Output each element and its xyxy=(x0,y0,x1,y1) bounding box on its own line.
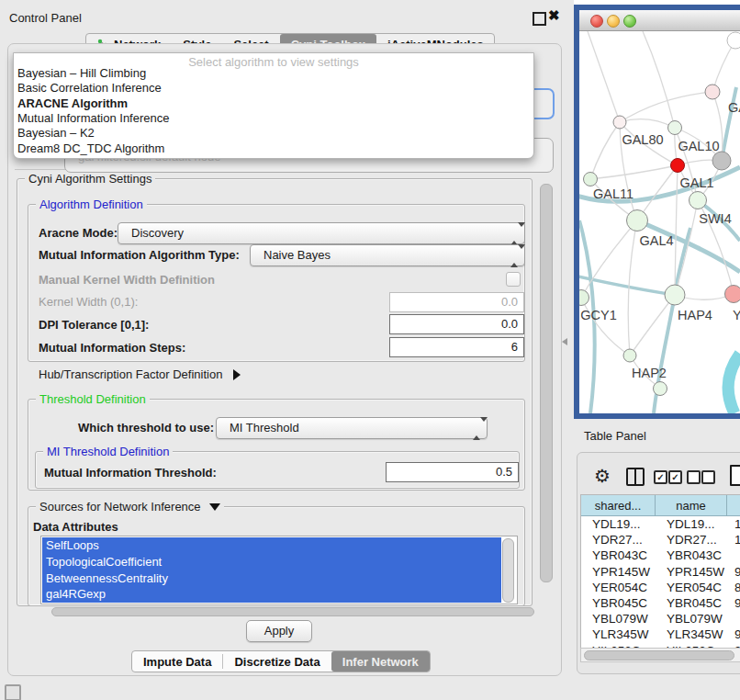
column-layout-icon[interactable] xyxy=(626,468,645,486)
node-hap2[interactable] xyxy=(623,349,636,362)
node-table: shared... name A YDL19... YDL19... 13 YD… xyxy=(580,494,740,649)
node-label: GAL4 xyxy=(639,233,673,248)
table-row[interactable]: YBR043C YBR043C xyxy=(581,548,740,563)
group-title: Threshold Definition xyxy=(36,392,150,406)
list-item[interactable]: SelfLoops xyxy=(42,537,501,554)
node-label: SWI4 xyxy=(699,211,731,226)
which-threshold-label: Which threshold to use: xyxy=(78,421,214,435)
list-item[interactable]: TopologicalCoefficient xyxy=(42,554,501,570)
data-attributes-label: Data Attributes xyxy=(33,520,118,534)
settings-vertical-scrollbar[interactable] xyxy=(540,184,553,582)
table-panel-title: Table Panel xyxy=(584,429,646,443)
dropdown-item[interactable]: Mutual Information Inference xyxy=(17,111,169,126)
cyni-bottom-tabstrip: Impute Data Discretize Data Infer Networ… xyxy=(131,650,431,672)
table-row[interactable]: YDR27... YDR27... 12 xyxy=(581,532,740,548)
table-row[interactable]: YLR345W YLR345W 9. xyxy=(581,627,740,642)
mi-algorithm-type-combo[interactable]: Naive Bayes xyxy=(250,244,525,266)
mi-steps-field[interactable]: 6 xyxy=(389,337,524,357)
select-all-checked-icon[interactable]: ✓ xyxy=(668,470,682,484)
column-header-clipped[interactable]: A xyxy=(727,495,740,516)
dropdown-item[interactable]: Basic Correlation Inference xyxy=(17,81,162,96)
node-unlabeled[interactable] xyxy=(654,382,667,396)
node-y-partial[interactable] xyxy=(725,286,740,303)
close-panel-icon[interactable]: ✖ xyxy=(548,7,560,24)
tab-discretize-data[interactable]: Discretize Data xyxy=(223,651,331,672)
node-gal1-selected[interactable] xyxy=(671,159,685,173)
aracne-mode-label: Aracne Mode: xyxy=(39,226,118,240)
node-gal11[interactable] xyxy=(584,173,598,186)
network-graph: GAL80 GAL10 GAL1 GAL11 SWI4 GAL4 GCY1 HA… xyxy=(579,31,740,413)
export-table-file-icon[interactable] xyxy=(730,465,740,486)
apply-button[interactable]: Apply xyxy=(246,620,312,642)
data-attributes-list[interactable]: SelfLoops TopologicalCoefficient Between… xyxy=(40,536,518,604)
kernel-width-field: 0.0 xyxy=(389,292,524,312)
list-item[interactable]: gal4RGexp xyxy=(42,586,501,603)
table-row[interactable]: YPR145W YPR145W 9. xyxy=(581,564,740,580)
zoom-window-button[interactable] xyxy=(623,15,636,28)
algorithm-dropdown-popup: Select algorithm to view settings Bayesi… xyxy=(13,52,534,159)
mi-algorithm-type-label: Mutual Information Algorithm Type: xyxy=(39,248,240,262)
manual-kernel-width-label: Manual Kernel Width Definition xyxy=(39,273,215,287)
node-label: Y xyxy=(733,308,740,322)
column-header-shared-name[interactable]: shared... xyxy=(581,495,656,516)
network-view-window: GAL80 GAL10 GAL1 GAL11 SWI4 GAL4 GCY1 HA… xyxy=(574,5,740,419)
table-row[interactable]: YER054C YER054C 8. xyxy=(581,580,740,595)
which-threshold-combo[interactable]: MI Threshold xyxy=(216,417,488,439)
table-settings-gear-icon[interactable]: ⚙ xyxy=(594,465,611,487)
settings-horizontal-scrollbar[interactable] xyxy=(51,607,534,616)
network-window-titlebar[interactable] xyxy=(579,10,740,31)
combo-stepper-icon xyxy=(510,249,518,263)
close-window-button[interactable] xyxy=(590,15,603,28)
table-row[interactable]: YDL19... YDL19... 13 xyxy=(581,516,740,532)
minimized-panel-icon[interactable] xyxy=(5,684,21,700)
splitter-handle-icon[interactable] xyxy=(562,338,567,345)
node-unlabeled[interactable] xyxy=(727,32,740,49)
node-gal10[interactable] xyxy=(668,121,682,135)
node-gcy1[interactable] xyxy=(579,290,589,306)
node-label: HAP2 xyxy=(632,366,667,380)
node-gal4[interactable] xyxy=(627,210,648,231)
dropdown-item[interactable]: Bayesian – Hill Climbing xyxy=(17,66,146,81)
mi-threshold-label: Mutual Information Threshold: xyxy=(44,466,217,480)
dpi-tolerance-field[interactable]: 0.0 xyxy=(389,314,524,334)
table-hscroll-track[interactable] xyxy=(580,648,740,662)
node-swi4[interactable] xyxy=(690,192,707,209)
mi-steps-label: Mutual Information Steps: xyxy=(39,341,185,355)
dropdown-item[interactable]: Dream8 DC_TDC Algorithm xyxy=(17,141,164,156)
node-gal80[interactable] xyxy=(613,116,626,129)
expand-right-icon xyxy=(233,369,241,380)
table-rows: YDL19... YDL19... 13 YDR27... YDR27... 1… xyxy=(581,516,740,649)
column-header-name[interactable]: name xyxy=(656,495,727,516)
manual-kernel-width-checkbox[interactable] xyxy=(506,272,521,287)
table-row[interactable]: YBR045C YBR045C 9. xyxy=(581,595,740,611)
control-panel-title: Control Panel xyxy=(9,11,82,25)
hub-transcription-factor-section[interactable]: Hub/Transcription Factor Definition xyxy=(39,367,241,381)
node-label: GAL xyxy=(728,100,740,115)
minimize-window-button[interactable] xyxy=(607,15,620,28)
node-label: GCY1 xyxy=(580,308,617,322)
dropdown-item[interactable]: Bayesian – K2 xyxy=(17,126,95,141)
deselect-all-icon[interactable] xyxy=(687,470,701,484)
network-canvas[interactable]: GAL80 GAL10 GAL1 GAL11 SWI4 GAL4 GCY1 HA… xyxy=(579,31,740,413)
node-hap4[interactable] xyxy=(665,285,685,305)
node-gray[interactable] xyxy=(712,152,731,170)
node-label: HAP4 xyxy=(678,308,712,322)
table-row[interactable]: YBL079W YBL079W xyxy=(581,611,740,627)
table-header-row: shared... name A xyxy=(581,495,740,516)
node-label: GAL80 xyxy=(622,132,663,147)
float-panel-button[interactable] xyxy=(533,12,546,26)
mi-threshold-field[interactable]: 0.5 xyxy=(386,462,519,482)
tab-impute-data[interactable]: Impute Data xyxy=(132,651,222,672)
table-hscroll-thumb[interactable] xyxy=(584,650,734,660)
select-all-checked-icon[interactable]: ✓ xyxy=(654,470,667,484)
list-item[interactable]: BetweennessCentrality xyxy=(42,570,501,587)
tab-infer-network[interactable]: Infer Network xyxy=(331,651,430,672)
node-gal-partial[interactable] xyxy=(705,85,720,99)
dropdown-item-selected[interactable]: ARACNE Algorithm xyxy=(17,96,128,111)
aracne-mode-combo[interactable]: Discovery xyxy=(118,222,525,244)
network-edge-cyan xyxy=(728,354,740,413)
group-title: MI Threshold Definition xyxy=(43,445,173,458)
group-title[interactable]: Sources for Network Inference xyxy=(36,500,224,514)
list-vertical-scrollbar[interactable] xyxy=(502,538,514,603)
deselect-all-icon[interactable] xyxy=(701,470,715,484)
